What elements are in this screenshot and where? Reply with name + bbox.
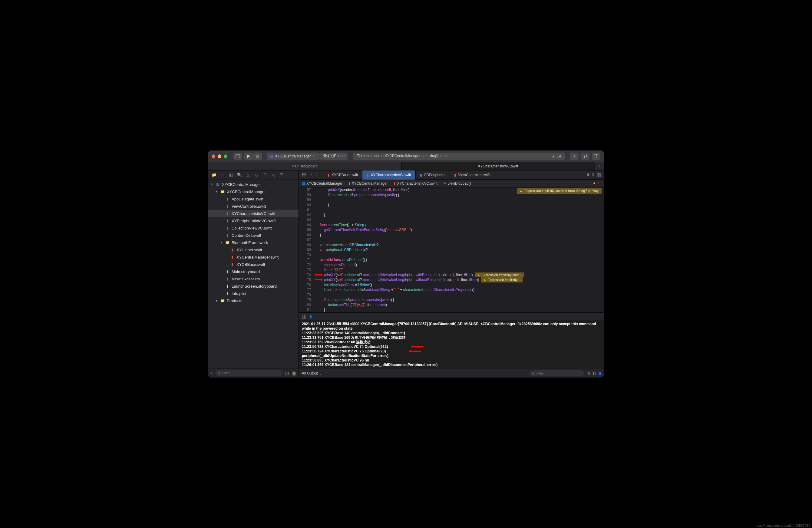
adjust-editor-icon[interactable]: ⫴	[592, 172, 594, 178]
code-line[interactable]: 58 if characteristic!.properties.contain…	[299, 193, 604, 198]
code-line[interactable]: 78	[299, 292, 604, 298]
editor-tab[interactable]: ▮ViewController.swift	[450, 171, 494, 179]
device-selector[interactable]: 周佳的iPhone	[319, 152, 348, 160]
code-line[interactable]: 68 var characteristic: CBCharacteristic?	[299, 243, 604, 248]
breadcrumb-item[interactable]: viewDidLoad()	[448, 181, 471, 186]
recent-filter-icon[interactable]: ◷	[285, 370, 289, 376]
zoom-window-button[interactable]	[224, 155, 227, 158]
code-line[interactable]: 70	[299, 252, 604, 258]
code-line[interactable]: 67	[299, 237, 604, 243]
symbol-navigator-icon[interactable]: ◧	[229, 173, 233, 177]
toggle-navigator-button[interactable]	[233, 152, 242, 160]
tree-row[interactable]: ▮Info.plist	[208, 290, 299, 297]
code-line[interactable]: 73 title = "特征"	[299, 267, 604, 273]
code-line[interactable]: 81 }	[299, 307, 604, 312]
editor-options-icon[interactable]: ≡	[587, 172, 590, 178]
add-file-button[interactable]: +	[211, 370, 213, 376]
code-line[interactable]: 57 printXY(sender.titleLabel?.text, obj:…	[299, 187, 604, 193]
scm-filter-icon[interactable]: ▣	[292, 370, 296, 376]
related-items-icon[interactable]: ⊞	[302, 172, 306, 178]
run-button[interactable]	[244, 152, 253, 160]
breadcrumb-item[interactable]: XYCBCentralManager	[352, 181, 388, 186]
issue-navigator-icon[interactable]: △	[246, 173, 250, 177]
output-selector[interactable]: All Output ⌄	[302, 371, 322, 376]
jump-bar[interactable]: ▦ XYCBCentralManager〉 ▮ XYCBCentralManag…	[299, 179, 604, 187]
code-line[interactable]: 59	[299, 197, 604, 203]
debug-navigator-icon[interactable]: ⏱	[262, 173, 267, 177]
tree-row[interactable]: ▮XYCentralManager.swift	[208, 253, 299, 261]
code-line[interactable]: 66 }	[299, 233, 604, 238]
editor-tab[interactable]: ▮XYCharacteristicVC.swift	[362, 171, 416, 179]
console-filter-field[interactable]: ⊜ Filter	[530, 370, 584, 376]
toggle-inspector-button[interactable]	[592, 152, 600, 160]
test-navigator-icon[interactable]: ◇	[254, 173, 259, 177]
code-review-button[interactable]: ⇄	[581, 152, 590, 160]
code-line[interactable]: 77 label.text = characteristic!.uuid.uui…	[299, 287, 604, 292]
editor-tab[interactable]: ▮XYCBBase.swift	[323, 171, 362, 179]
code-line[interactable]: 63	[299, 217, 604, 222]
tree-row[interactable]: ▮XYCharacteristicVC.swift	[208, 210, 299, 217]
tree-row[interactable]: ▮XYCBBase.swift	[208, 261, 299, 268]
add-tab-button[interactable]: +	[595, 162, 604, 170]
sidebar-right-icon	[594, 155, 598, 158]
tree-row[interactable]: ▮Assets.xcassets	[208, 275, 299, 282]
scheme-selector[interactable]: ▦ XYCBCentralManager 〉	[267, 152, 319, 160]
tree-row[interactable]: ▶📁Products	[208, 297, 299, 304]
tree-row[interactable]: ▮ViewController.swift	[208, 203, 299, 210]
code-line[interactable]: 72 super.viewDidLoad()	[299, 263, 604, 268]
source-control-navigator-icon[interactable]: ⎌	[220, 173, 225, 177]
add-editor-icon[interactable]: ▥	[596, 172, 601, 178]
code-line[interactable]: 71 override func viewDidLoad() {	[299, 257, 604, 263]
code-line[interactable]: 75 printXY(self.peripheral?.maximumWrite…	[299, 277, 604, 282]
tree-row[interactable]: ▼📁BluetoothFramework	[208, 239, 299, 246]
code-line[interactable]: 76 textView.inputView = UIView()	[299, 282, 604, 288]
code-line[interactable]: 65 getCurrentTimeWithDateFormatString("m…	[299, 228, 604, 233]
nav-back-button[interactable]: 〈	[308, 172, 313, 178]
stop-button[interactable]	[253, 152, 262, 160]
code-line[interactable]: 62 }	[299, 212, 604, 218]
debug-console[interactable]: 2021-01-25 11:23:31.551554+0800 XYCBCent…	[299, 320, 604, 369]
code-line[interactable]: 69 var peripheral: CBPeripheral?	[299, 247, 604, 252]
toggle-console-button[interactable]: ◨	[598, 371, 601, 376]
navigator-filter-field[interactable]: ⊜ Filter	[215, 370, 282, 376]
tree-row[interactable]: ▮AppDelegate.swift	[208, 195, 299, 203]
breakpoint-toggle-icon[interactable]: ◗	[309, 313, 312, 319]
minimize-window-button[interactable]	[218, 155, 221, 158]
tree-row[interactable]: ▮LaunchScreen.storyboard	[208, 282, 299, 290]
close-window-button[interactable]	[212, 155, 215, 158]
warning-count[interactable]: 14	[557, 154, 561, 158]
window-tab[interactable]: Main.storyboard	[208, 162, 402, 170]
variables-view-icon[interactable]: ▥	[302, 313, 306, 319]
project-tree[interactable]: ▼▦XYCBCentralManager▼📁XYCBCentralManager…	[208, 179, 299, 368]
tree-row[interactable]: ▮XYHelper.swift	[208, 246, 299, 253]
window-tab[interactable]: XYCharacteristicVC.swift	[402, 162, 595, 170]
source-editor[interactable]: 57 printXY(sender.titleLabel?.text, obj:…	[299, 187, 604, 312]
tree-row[interactable]: ▼▦XYCBCentralManager	[208, 181, 299, 188]
tree-row[interactable]: ▮Main.storyboard	[208, 268, 299, 275]
tree-row[interactable]: ▼📁XYCBCentralManager	[208, 188, 299, 195]
inline-warning[interactable]: ▲Expression implicitly coer…	[475, 273, 524, 278]
tree-row[interactable]: ▮ContentCell.swift	[208, 232, 299, 239]
report-navigator-icon[interactable]: ☰	[279, 173, 284, 177]
inline-warning[interactable]: ▲Expression implicitly…	[481, 277, 523, 282]
breadcrumb-item[interactable]: XYCharacteristicVC.swift	[397, 181, 437, 186]
code-line[interactable]: 80 button.setTitle("写数据", for: .normal)	[299, 303, 604, 308]
tree-row[interactable]: ▮CollectionViewVC.swift	[208, 224, 299, 232]
project-navigator-icon[interactable]: 📁	[212, 173, 216, 177]
find-navigator-icon[interactable]: 🔍	[237, 173, 242, 177]
breadcrumb-item[interactable]: XYCBCentralManager	[306, 181, 343, 186]
tree-row[interactable]: ▮XYPeripheralInfoVC.swift	[208, 217, 299, 224]
library-button[interactable]: +	[570, 152, 579, 160]
toggle-variables-button[interactable]: ◧	[593, 371, 596, 376]
nav-forward-button[interactable]: 〉	[316, 172, 320, 178]
code-line[interactable]: 61	[299, 207, 604, 212]
prev-issue-button[interactable]: 〈	[588, 181, 591, 186]
clear-console-button[interactable]: 🗑	[587, 371, 591, 376]
code-line[interactable]: 64 func currentTime() -> String {	[299, 222, 604, 228]
code-line[interactable]: 79 if characteristic!.properties.contain…	[299, 297, 604, 303]
code-line[interactable]: 60 }	[299, 203, 604, 208]
code-line[interactable]: 74 printXY(self.peripheral?.maximumWrite…	[299, 273, 604, 278]
editor-tab[interactable]: ▮CBPeripheral	[416, 171, 450, 179]
next-issue-button[interactable]: 〉	[597, 181, 601, 186]
breakpoint-navigator-icon[interactable]: ◁	[271, 173, 276, 177]
